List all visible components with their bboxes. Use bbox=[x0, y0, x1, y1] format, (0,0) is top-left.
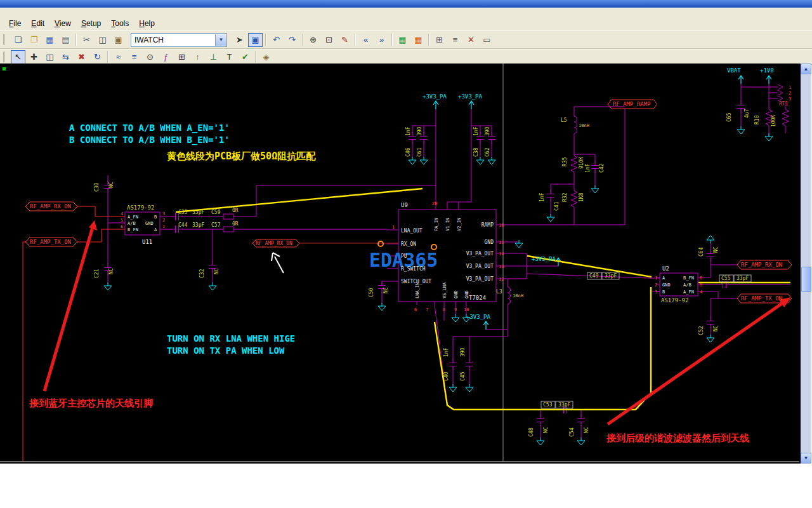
spreadsheet-icon[interactable]: ▦ bbox=[395, 33, 410, 47]
zoom-window-icon[interactable]: ⊡ bbox=[322, 33, 336, 47]
text-tool-icon[interactable]: T bbox=[222, 50, 237, 64]
rotate-tool-icon[interactable]: ↻ bbox=[90, 50, 105, 64]
redo-icon[interactable]: ↷ bbox=[285, 33, 299, 47]
schematic-label: 0R bbox=[232, 221, 239, 227]
vertical-scrollbar[interactable]: ▲ ▼ bbox=[801, 64, 811, 464]
design-combobox[interactable]: IWATCH ▼ bbox=[131, 33, 227, 47]
label-tool-icon[interactable]: ƒ bbox=[159, 50, 173, 64]
schematic-label: NC bbox=[214, 268, 219, 274]
schematic-label: 1 bbox=[392, 225, 395, 230]
junction-tool-icon[interactable]: ⊙ bbox=[143, 50, 157, 64]
menu-help[interactable]: Help bbox=[134, 18, 160, 29]
inductor-icon[interactable] bbox=[508, 287, 511, 304]
toolbar-separator bbox=[355, 34, 356, 46]
report-icon[interactable]: ≡ bbox=[448, 33, 462, 47]
wire-tool-icon[interactable]: ≈ bbox=[111, 50, 126, 64]
toolbar-separator bbox=[391, 34, 393, 46]
menu-view[interactable]: View bbox=[49, 18, 76, 29]
capacitor-icon[interactable] bbox=[591, 161, 599, 173]
schematic-label: C32 bbox=[199, 269, 205, 278]
resistor-icon[interactable] bbox=[782, 108, 789, 127]
schematic-label: C30 bbox=[94, 182, 100, 192]
schematic-label: NC bbox=[108, 268, 114, 274]
schematic-label: R32 bbox=[562, 192, 568, 202]
schematic-label: 0R bbox=[232, 208, 239, 213]
annotate-icon[interactable]: ✎ bbox=[337, 33, 352, 47]
ground-icon bbox=[378, 303, 386, 311]
window-icon[interactable]: ▭ bbox=[480, 33, 494, 47]
ground-icon bbox=[577, 438, 585, 445]
schematic-canvas[interactable]: EDA365 A CONNECT TO A/B WHEN A_EN='1'B C… bbox=[0, 64, 801, 464]
check-icon[interactable]: ✔ bbox=[238, 50, 252, 64]
move-tool-icon[interactable]: ✚ bbox=[27, 50, 41, 64]
menu-edit[interactable]: Edit bbox=[26, 18, 49, 29]
save-icon[interactable]: ▦ bbox=[43, 33, 57, 47]
copy-icon[interactable]: ◫ bbox=[95, 33, 110, 47]
toolbar-grip[interactable] bbox=[3, 34, 7, 45]
schematic-label: A_FN bbox=[683, 290, 694, 295]
schematic-label: 6 bbox=[700, 276, 702, 281]
schematic-label: V3_PA_OUT bbox=[466, 276, 494, 282]
schematic-label: B_FN bbox=[683, 276, 694, 281]
ground-icon bbox=[547, 214, 554, 222]
toolbar-separator bbox=[302, 34, 303, 46]
capacitor-icon[interactable] bbox=[577, 415, 585, 426]
ground-tool-icon[interactable]: ⊥ bbox=[206, 50, 221, 64]
schematic-label: 33pF bbox=[605, 273, 617, 279]
pick-tool-icon[interactable]: ▣ bbox=[248, 33, 263, 47]
cursor-mode-icon[interactable]: ➤ bbox=[232, 33, 247, 47]
next-sheet-icon[interactable]: » bbox=[374, 33, 389, 47]
schematic-label: NC bbox=[383, 287, 389, 293]
capacitor-icon[interactable] bbox=[547, 190, 554, 201]
scroll-down-icon[interactable]: ▼ bbox=[801, 453, 811, 464]
mirror-tool-icon[interactable]: ⇆ bbox=[58, 50, 73, 64]
menu-file[interactable]: File bbox=[4, 18, 26, 29]
new-icon[interactable]: ❏ bbox=[11, 33, 25, 47]
macro-icon[interactable]: ◈ bbox=[259, 50, 273, 64]
capacitor-icon[interactable] bbox=[449, 359, 457, 370]
color-table-icon[interactable]: ▦ bbox=[411, 33, 426, 47]
bus-tool-icon[interactable]: ≡ bbox=[127, 50, 141, 64]
resistor-icon[interactable] bbox=[571, 154, 577, 173]
open-icon[interactable]: ❐ bbox=[27, 33, 41, 47]
part-tool-icon[interactable]: ⊞ bbox=[174, 50, 189, 64]
schematic-label: 黄色线段为PCB板厂做50Ω阻抗匹配 bbox=[167, 150, 316, 162]
close-tool-icon[interactable]: ✕ bbox=[464, 33, 478, 47]
schematic-label: C54 bbox=[569, 427, 575, 437]
print-icon[interactable]: ▤ bbox=[58, 33, 73, 47]
scrollbar-thumb[interactable] bbox=[801, 267, 811, 292]
select-tool-icon[interactable]: ↖ bbox=[11, 50, 25, 64]
toolbar-grip[interactable] bbox=[3, 51, 7, 62]
schematic-label: 4 bbox=[121, 211, 123, 217]
copy-object-icon[interactable]: ◫ bbox=[43, 50, 57, 64]
schematic-label: L5 bbox=[561, 117, 567, 123]
schematic-label: 2 bbox=[655, 283, 657, 288]
schematic-label: +3V3_PA bbox=[422, 93, 447, 100]
menu-setup[interactable]: Setup bbox=[76, 18, 106, 29]
capacitor-icon[interactable] bbox=[466, 359, 473, 370]
undo-icon[interactable]: ↶ bbox=[269, 33, 284, 47]
power-tool-icon[interactable]: ↑ bbox=[190, 50, 205, 64]
schematic-label: C62 bbox=[485, 147, 490, 157]
capacitor-icon[interactable] bbox=[537, 415, 544, 426]
paste-icon[interactable]: ▣ bbox=[111, 33, 126, 47]
inductor-icon[interactable] bbox=[574, 116, 577, 133]
zoom-in-icon[interactable]: ⊕ bbox=[306, 33, 320, 47]
schematic-label: C44 bbox=[178, 222, 188, 228]
ground-icon bbox=[737, 126, 745, 134]
delete-tool-icon[interactable]: ✖ bbox=[74, 50, 89, 64]
scroll-up-icon[interactable]: ▲ bbox=[801, 64, 811, 74]
ground-icon bbox=[537, 438, 544, 445]
resistor-icon[interactable] bbox=[571, 189, 577, 208]
grid-icon[interactable]: ⊞ bbox=[432, 33, 447, 47]
power-flag-icon bbox=[433, 101, 438, 109]
red-arrow bbox=[608, 303, 783, 424]
schematic-label: +3V3_PA bbox=[458, 93, 483, 100]
ground-icon bbox=[452, 314, 459, 322]
chevron-down-icon[interactable]: ▼ bbox=[215, 34, 226, 46]
cut-icon[interactable]: ✂ bbox=[79, 33, 94, 47]
toolbar-separator bbox=[75, 34, 77, 46]
schematic-label: 3 bbox=[789, 97, 791, 102]
menu-tools[interactable]: Tools bbox=[106, 18, 134, 29]
prev-sheet-icon[interactable]: « bbox=[358, 33, 373, 47]
